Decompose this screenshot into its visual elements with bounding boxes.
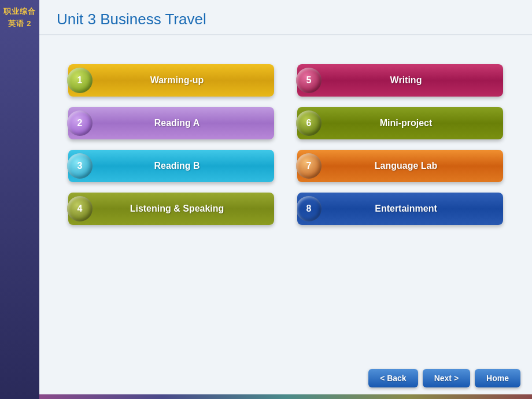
button-label-4: Listening & Speaking bbox=[68, 204, 274, 214]
page-title: Unit 3 Business Travel bbox=[57, 10, 515, 28]
title-bar: Unit 3 Business Travel bbox=[39, 0, 532, 35]
menu-button-6[interactable]: 6 Mini-project bbox=[297, 107, 503, 139]
button-label-2: Reading A bbox=[68, 118, 274, 128]
button-number-8: 8 bbox=[296, 196, 322, 221]
button-number-7: 7 bbox=[296, 153, 322, 179]
button-number-1: 1 bbox=[67, 68, 93, 93]
button-label-3: Reading B bbox=[68, 161, 274, 171]
button-number-6: 6 bbox=[296, 110, 322, 136]
back-button[interactable]: < Back bbox=[368, 369, 418, 387]
button-label-1: Warming-up bbox=[68, 75, 274, 86]
menu-button-1[interactable]: 1 Warming-up bbox=[68, 64, 274, 97]
button-label-6: Mini-project bbox=[297, 118, 503, 128]
button-number-3: 3 bbox=[67, 153, 93, 179]
button-label-8: Entertainment bbox=[297, 204, 503, 214]
sidebar: 职业综合英语 2 bbox=[0, 0, 39, 399]
next-button[interactable]: Next > bbox=[423, 369, 470, 387]
bottom-strip bbox=[39, 394, 532, 399]
sidebar-label: 职业综合英语 2 bbox=[3, 6, 36, 30]
menu-button-3[interactable]: 3 Reading B bbox=[68, 150, 274, 182]
menu-button-8[interactable]: 8 Entertainment bbox=[297, 193, 503, 225]
button-label-5: Writing bbox=[297, 75, 503, 86]
main-content: Unit 3 Business Travel 1 Warming-up 5 Wr… bbox=[39, 0, 532, 399]
button-number-2: 2 bbox=[67, 110, 93, 136]
menu-button-5[interactable]: 5 Writing bbox=[297, 64, 503, 97]
button-grid: 1 Warming-up 5 Writing 2 Reading A 6 Min… bbox=[39, 35, 532, 242]
menu-button-7[interactable]: 7 Language Lab bbox=[297, 150, 503, 182]
home-button[interactable]: Home bbox=[475, 369, 520, 387]
menu-button-4[interactable]: 4 Listening & Speaking bbox=[68, 193, 274, 225]
bottom-nav: < Back Next > Home bbox=[368, 369, 520, 387]
button-label-7: Language Lab bbox=[297, 161, 503, 171]
button-number-4: 4 bbox=[67, 196, 93, 221]
menu-button-2[interactable]: 2 Reading A bbox=[68, 107, 274, 139]
button-number-5: 5 bbox=[296, 68, 322, 93]
